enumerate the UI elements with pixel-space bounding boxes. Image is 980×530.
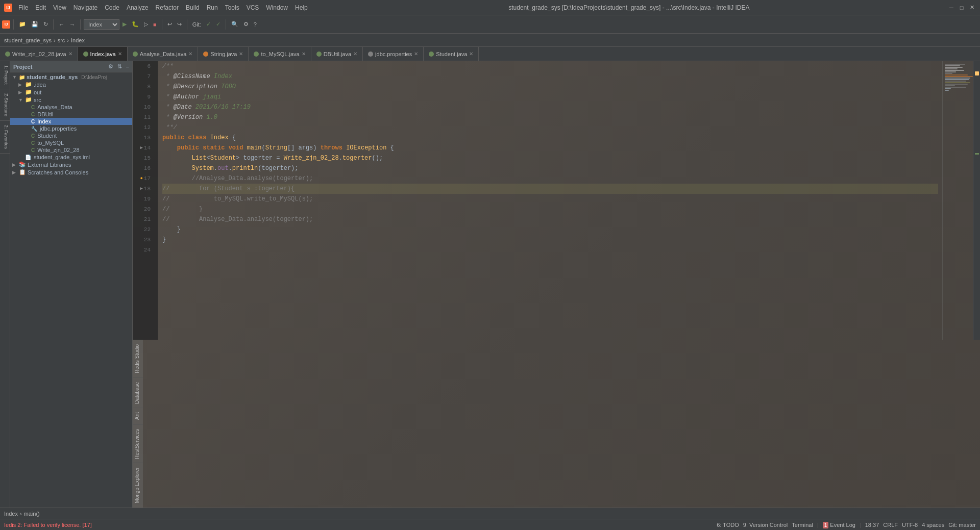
tab-index[interactable]: Index.java ✕	[78, 47, 128, 61]
tab-string[interactable]: String.java ✕	[198, 47, 249, 61]
tab-write-zjn[interactable]: Write_zjn_02_28.java ✕	[0, 47, 78, 61]
tree-src[interactable]: ▼ 📁 src	[10, 96, 132, 104]
menu-tools[interactable]: Tools	[222, 3, 242, 12]
project-panel-sort[interactable]: ⇅	[117, 63, 122, 70]
tree-iml[interactable]: 📄 student_grade_sys.iml	[10, 154, 132, 161]
menu-run[interactable]: Run	[204, 3, 221, 12]
tree-jdbc[interactable]: 🔧 jdbc.properties	[10, 125, 132, 132]
toolbar-search-button[interactable]: 🔍	[229, 20, 240, 29]
tree-index[interactable]: C Index	[10, 118, 132, 125]
toolbar-redo-button[interactable]: ↪	[175, 20, 184, 29]
menu-code[interactable]: Code	[102, 3, 122, 12]
toolbar-forward-button[interactable]: →	[67, 20, 77, 29]
database-panel[interactable]: Database	[133, 377, 143, 408]
stop-button[interactable]: ■	[151, 20, 159, 29]
tab-close-dbutil[interactable]: ✕	[353, 51, 357, 57]
tab-tomysql[interactable]: to_MySQL.java ✕	[249, 47, 311, 61]
git-indicator[interactable]: Git: master	[948, 522, 976, 528]
menu-analyze[interactable]: Analyze	[124, 3, 152, 12]
menu-edit[interactable]: Edit	[32, 3, 49, 12]
rest-services-panel[interactable]: RestServices	[133, 424, 143, 463]
run-config-dropdown[interactable]: Index	[84, 19, 119, 30]
code-10-val: 2021/6/16 17:19	[192, 102, 251, 112]
tab-close-write-zjn[interactable]: ✕	[68, 51, 72, 57]
breadcrumb-file[interactable]: Index	[71, 37, 85, 43]
toolbar-undo-button[interactable]: ↩	[165, 20, 174, 29]
menu-vcs[interactable]: VCS	[243, 3, 262, 12]
toolbar-refresh-button[interactable]: ↻	[41, 20, 50, 29]
project-panel-collapse[interactable]: −	[126, 64, 129, 70]
menu-build[interactable]: Build	[183, 3, 203, 12]
menu-view[interactable]: View	[50, 3, 69, 12]
encoding-indicator[interactable]: UTF-8	[902, 522, 918, 528]
maximize-button[interactable]: □	[958, 4, 966, 12]
redis-studio-panel[interactable]: Redis Studio	[133, 340, 143, 377]
todo-button[interactable]: 6: TODO	[717, 522, 739, 528]
toolbar-open-button[interactable]: 📁	[17, 20, 28, 29]
tree-idea[interactable]: ▶ 📁 .idea	[10, 81, 132, 88]
toolbar-help-button[interactable]: ?	[252, 20, 259, 29]
menu-help[interactable]: Help	[292, 3, 311, 12]
git-check-button[interactable]: ✓	[204, 20, 213, 29]
menu-window[interactable]: Window	[263, 3, 291, 12]
menu-refactor[interactable]: Refactor	[153, 3, 182, 12]
code-13-brace: {	[232, 133, 236, 143]
tree-root[interactable]: ▼ 📁 student_grade_sys D:\IdeaProj	[10, 73, 132, 81]
git-push-button[interactable]: ✓	[214, 20, 223, 29]
tree-dbutil[interactable]: C DBUtil	[10, 111, 132, 118]
tree-student[interactable]: C Student	[10, 132, 132, 139]
code-line-16: System.out.println(togerter);	[162, 163, 938, 173]
line-col-indicator[interactable]: 18:37	[865, 522, 879, 528]
project-panel-title: Project	[13, 64, 32, 70]
tree-scratches[interactable]: ▶ 📋 Scratches and Consoles	[10, 168, 132, 176]
breadcrumb-src[interactable]: src	[58, 37, 65, 43]
tab-jdbc[interactable]: jdbc.properties ✕	[363, 47, 424, 61]
menu-file[interactable]: File	[15, 3, 31, 12]
line-num-22: 22	[133, 224, 154, 235]
tab-close-string[interactable]: ✕	[239, 51, 243, 57]
app-icon: IJ	[4, 4, 12, 12]
tab-close-student[interactable]: ✕	[469, 51, 473, 57]
toolbar-save-button[interactable]: 💾	[29, 20, 40, 29]
statusbar-right: 6: TODO 9: Version Control Terminal | 1 …	[717, 522, 976, 528]
indent-indicator[interactable]: 4 spaces	[922, 522, 944, 528]
debug-button[interactable]: 🐛	[130, 20, 141, 29]
tab-icon-analyse	[133, 52, 138, 57]
code-9-val: jiaqi	[199, 92, 221, 102]
project-tab[interactable]: 1: Project	[0, 61, 10, 89]
version-control-button[interactable]: 9: Version Control	[743, 522, 788, 528]
code-editor[interactable]: /** * @ClassName Index * @Description TO…	[158, 61, 942, 340]
bottom-breadcrumb-index[interactable]: Index	[4, 511, 18, 517]
close-button[interactable]: ✕	[968, 4, 976, 12]
tab-close-index[interactable]: ✕	[118, 51, 122, 57]
tab-analyse[interactable]: Analyse_Data.java ✕	[128, 47, 199, 61]
line-ending-indicator[interactable]: CRLF	[883, 522, 898, 528]
toolbar-back-button[interactable]: ←	[57, 20, 66, 29]
bottom-breadcrumb-main[interactable]: main()	[24, 511, 40, 517]
minimize-button[interactable]: ─	[947, 4, 955, 12]
ant-panel[interactable]: Ant	[133, 408, 143, 424]
run-button[interactable]: ▶	[120, 20, 129, 29]
tree-ext-libs[interactable]: ▶ 📚 External Libraries	[10, 161, 132, 168]
tree-out[interactable]: ▶ 📁 out	[10, 88, 132, 96]
terminal-button[interactable]: Terminal	[792, 522, 813, 528]
tree-student-icon: C	[31, 133, 35, 139]
event-log[interactable]: 1 Event Log	[823, 522, 855, 528]
tree-tomysql[interactable]: C to_MySQL	[10, 139, 132, 146]
breadcrumb-root[interactable]: student_grade_sys	[4, 37, 52, 43]
tree-write-zjn[interactable]: C Write_zjn_02_28	[10, 146, 132, 154]
tab-close-analyse[interactable]: ✕	[188, 51, 192, 57]
structure-tab[interactable]: Z-Structure	[0, 89, 10, 121]
code-11-val: 1.0	[203, 112, 217, 122]
tab-student[interactable]: Student.java ✕	[424, 47, 479, 61]
tree-analyse-data[interactable]: C Analyse_Data	[10, 104, 132, 111]
tab-close-jdbc[interactable]: ✕	[414, 51, 418, 57]
tab-dbutil[interactable]: DBUtil.java ✕	[311, 47, 363, 61]
toolbar-settings-button[interactable]: ⚙	[241, 20, 251, 29]
favorites-tab[interactable]: 2: Favorites	[0, 121, 10, 154]
tab-close-tomysql[interactable]: ✕	[302, 51, 306, 57]
menu-navigate[interactable]: Navigate	[70, 3, 101, 12]
project-panel-gear[interactable]: ⚙	[108, 63, 113, 70]
mongo-explorer-panel[interactable]: Mongo Explorer	[133, 463, 143, 508]
coverage-button[interactable]: ▷	[142, 20, 150, 29]
